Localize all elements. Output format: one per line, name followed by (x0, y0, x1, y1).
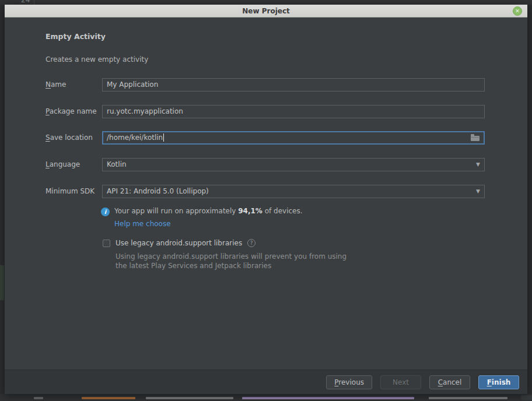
folder-browse-icon[interactable] (471, 136, 480, 141)
legacy-support-checkbox[interactable] (103, 240, 110, 247)
minimum-sdk-dropdown[interactable]: API 21: Android 5.0 (Lollipop) ▼ (102, 185, 485, 198)
language-value: Kotlin (107, 160, 127, 168)
background-code-fragment (521, 395, 532, 400)
language-dropdown[interactable]: Kotlin ▼ (102, 158, 485, 171)
cancel-button[interactable]: Cancel (429, 375, 470, 389)
help-me-choose-link[interactable]: Help me choose (114, 220, 171, 228)
save-location-label: Save location (46, 133, 102, 142)
background-code-fragment (146, 397, 233, 399)
page-subtitle: Creates a new empty activity (46, 55, 148, 64)
save-location-input[interactable]: /home/kei/kotlin (102, 131, 485, 145)
next-button: Next (380, 375, 421, 389)
text-cursor (163, 133, 164, 142)
package-name-value: ru.yotc.myapplication (107, 107, 183, 115)
legacy-support-label[interactable]: Use legacy android.support libraries (116, 239, 242, 247)
minimum-sdk-label: Minimum SDK (46, 187, 102, 195)
name-label: Name (46, 80, 102, 89)
background-editor-top: 24 (0, 0, 532, 5)
name-input[interactable]: My Application (102, 78, 485, 92)
background-gutter-divider (34, 0, 34, 5)
new-project-dialog: New Project ✕ Empty Activity Creates a n… (5, 5, 527, 394)
legacy-support-description: Using legacy android.support libraries w… (116, 252, 346, 270)
save-location-row: Save location /home/kei/kotlin (46, 130, 485, 145)
package-name-row: Package name ru.yotc.myapplication (46, 104, 485, 119)
dialog-button-bar: Previous Next Cancel Finish (5, 370, 527, 394)
help-icon[interactable]: ? (247, 239, 256, 247)
page-title: Empty Activity (46, 32, 106, 41)
background-code-fragment (242, 397, 414, 399)
background-code-fragment (429, 397, 508, 399)
save-location-value: /home/kei/kotlin (107, 133, 163, 142)
sdk-info-text: Your app will run on approximately 94,1%… (114, 207, 303, 215)
dialog-title: New Project (242, 7, 290, 15)
previous-button[interactable]: Previous (326, 375, 372, 389)
chevron-down-icon: ▼ (476, 162, 480, 167)
background-editor-bottom (0, 394, 532, 401)
minimum-sdk-value: API 21: Android 5.0 (Lollipop) (107, 187, 209, 195)
chevron-down-icon: ▼ (476, 189, 480, 194)
info-icon: i (101, 207, 110, 216)
close-icon[interactable]: ✕ (513, 6, 522, 16)
minimum-sdk-row: Minimum SDK API 21: Android 5.0 (Lollipo… (46, 184, 485, 199)
background-code-fragment (34, 397, 43, 399)
language-row: Language Kotlin ▼ (46, 157, 485, 172)
finish-button[interactable]: Finish (478, 375, 519, 389)
background-editor-left-fragment (0, 265, 4, 300)
dialog-titlebar[interactable]: New Project ✕ (5, 5, 527, 17)
device-percentage: 94,1% (238, 207, 262, 215)
name-value: My Application (107, 80, 158, 89)
background-code-fragment (82, 397, 135, 399)
sdk-info: i Your app will run on approximately 94,… (101, 207, 303, 216)
name-row: Name My Application (46, 77, 485, 92)
language-label: Language (46, 160, 102, 168)
background-line-number: 24 (21, 0, 30, 4)
package-name-label: Package name (46, 107, 102, 115)
legacy-support-row: Use legacy android.support libraries ? (103, 239, 256, 247)
package-name-input[interactable]: ru.yotc.myapplication (102, 105, 485, 118)
